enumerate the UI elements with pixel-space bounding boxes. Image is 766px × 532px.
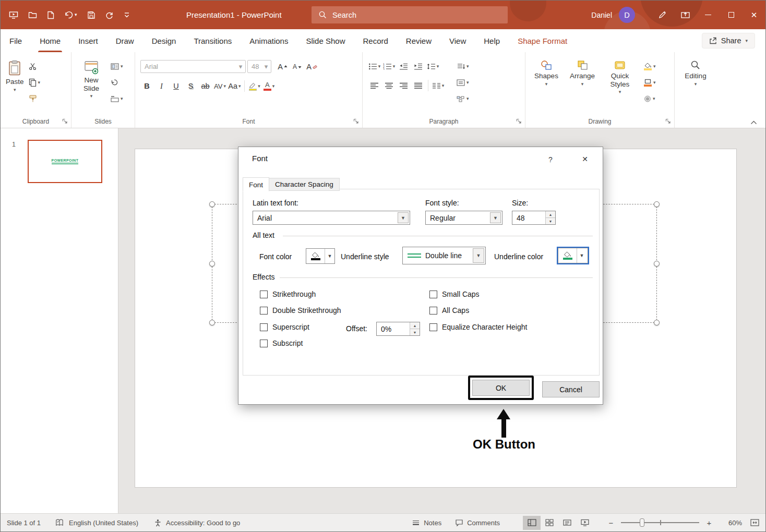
- strikethrough-button[interactable]: ab: [199, 80, 212, 92]
- dialog-title[interactable]: Font: [252, 154, 268, 163]
- tab-slide-show[interactable]: Slide Show: [297, 29, 354, 52]
- underline-style-combo[interactable]: Double line ▼: [402, 247, 486, 264]
- zoom-in-button[interactable]: +: [703, 518, 715, 527]
- selection-handle[interactable]: [209, 320, 215, 325]
- share-button[interactable]: Share ▾: [702, 33, 755, 49]
- coming-soon-pen-icon[interactable]: [651, 1, 674, 29]
- zoom-level[interactable]: 60%: [720, 519, 742, 527]
- size-spinner[interactable]: 48 ▲▼: [512, 211, 556, 225]
- underline-button[interactable]: U: [170, 80, 183, 92]
- tab-home[interactable]: Home: [31, 29, 69, 52]
- checkbox-box[interactable]: [260, 323, 268, 331]
- avatar[interactable]: D: [619, 7, 635, 23]
- align-text-button[interactable]: ▾: [457, 77, 469, 88]
- checkbox-box[interactable]: [260, 291, 268, 298]
- character-spacing-button[interactable]: AV▾: [213, 80, 226, 92]
- zoom-slider[interactable]: [621, 517, 699, 528]
- comments-button[interactable]: Comments: [455, 519, 500, 527]
- customize-qat-icon[interactable]: [124, 12, 130, 18]
- redo-icon[interactable]: [105, 11, 114, 19]
- font-color-button[interactable]: A▾: [262, 80, 276, 92]
- tab-file[interactable]: File: [1, 29, 31, 52]
- selection-handle[interactable]: [209, 261, 215, 267]
- dialog-close-icon[interactable]: ✕: [577, 152, 593, 166]
- bold-button[interactable]: B: [140, 80, 153, 92]
- slide-sorter-view-button[interactable]: [541, 516, 558, 530]
- selection-handle[interactable]: [209, 201, 215, 207]
- tab-design[interactable]: Design: [143, 29, 185, 52]
- size-down-icon[interactable]: ▼: [546, 218, 555, 224]
- cut-icon[interactable]: [29, 61, 41, 71]
- tab-record[interactable]: Record: [354, 29, 397, 52]
- clipboard-dialog-launcher-icon[interactable]: [62, 118, 68, 124]
- tab-transitions[interactable]: Transitions: [185, 29, 241, 52]
- font-style-combo[interactable]: Regular ▼: [425, 211, 502, 225]
- section-icon[interactable]: ▾: [111, 93, 123, 104]
- present-online-icon[interactable]: [674, 1, 697, 29]
- checkbox-box[interactable]: [260, 307, 268, 315]
- size-up-icon[interactable]: ▲: [546, 211, 555, 218]
- collapse-ribbon-icon[interactable]: [750, 120, 757, 125]
- align-right-button[interactable]: [397, 79, 410, 92]
- chevron-down-icon[interactable]: ▼: [398, 212, 409, 223]
- justify-button[interactable]: [412, 79, 425, 92]
- tab-draw[interactable]: Draw: [107, 29, 143, 52]
- increase-indent-button[interactable]: [412, 60, 425, 72]
- accessibility-icon[interactable]: [154, 519, 162, 527]
- help-icon[interactable]: ?: [543, 153, 558, 166]
- underline-color-dropdown[interactable]: ▼: [558, 248, 588, 263]
- search-box[interactable]: Search: [312, 6, 508, 23]
- accessibility-status[interactable]: Accessibility: Good to go: [166, 519, 240, 527]
- editing-button[interactable]: Editing ▾: [680, 60, 711, 87]
- shrink-font-button[interactable]: A: [291, 61, 304, 73]
- fit-slide-to-window-icon[interactable]: [750, 519, 759, 526]
- offset-spinner[interactable]: 0% ▲▼: [376, 322, 420, 336]
- checkbox-box[interactable]: [429, 291, 437, 298]
- format-painter-icon[interactable]: [29, 93, 41, 104]
- close-button[interactable]: ✕: [743, 1, 765, 29]
- clear-formatting-button[interactable]: A: [305, 61, 318, 73]
- undo-icon[interactable]: ▾: [64, 11, 77, 19]
- text-direction-button[interactable]: ▾: [457, 61, 469, 71]
- checkbox-box[interactable]: [260, 340, 268, 347]
- shape-outline-button[interactable]: ▾: [644, 77, 656, 88]
- slideshow-view-button[interactable]: [576, 516, 594, 530]
- grow-font-button[interactable]: A: [276, 61, 289, 73]
- numbering-button[interactable]: 123▾: [382, 60, 396, 72]
- reset-icon[interactable]: [111, 77, 123, 88]
- change-case-button[interactable]: Aa▾: [228, 80, 241, 92]
- chevron-down-icon[interactable]: ▾: [236, 63, 245, 70]
- checkbox-subscript[interactable]: Subscript: [260, 339, 303, 347]
- bullets-button[interactable]: ▾: [368, 60, 381, 72]
- checkbox-box[interactable]: [429, 323, 437, 331]
- user-name[interactable]: Daniel: [591, 11, 612, 19]
- checkbox-double-strikethrough[interactable]: Double Strikethrough: [260, 306, 341, 315]
- zoom-slider-handle[interactable]: [640, 518, 644, 527]
- open-folder-icon[interactable]: [28, 11, 37, 19]
- italic-button[interactable]: I: [155, 80, 168, 92]
- copy-icon[interactable]: ▾: [29, 77, 41, 88]
- tab-shape-format[interactable]: Shape Format: [509, 29, 576, 52]
- reading-view-button[interactable]: [558, 516, 576, 530]
- normal-view-button[interactable]: [523, 516, 541, 530]
- slide-thumbnail[interactable]: POWERPOINT: [28, 140, 102, 183]
- selection-handle[interactable]: [654, 320, 660, 325]
- text-highlight-color-button[interactable]: ▾: [248, 80, 261, 92]
- checkbox-strikethrough[interactable]: Strikethrough: [260, 290, 316, 298]
- font-dialog-launcher-icon[interactable]: [353, 118, 359, 124]
- convert-to-smartart-button[interactable]: ▾: [457, 93, 469, 104]
- decrease-indent-button[interactable]: [397, 60, 410, 72]
- align-left-button[interactable]: [368, 79, 381, 92]
- checkbox-all-caps[interactable]: All Caps: [429, 306, 469, 315]
- latin-font-combo[interactable]: Arial ▼: [253, 211, 410, 225]
- layout-icon[interactable]: ▾: [111, 61, 123, 71]
- tab-dialog-character-spacing[interactable]: Character Spacing: [269, 178, 340, 191]
- ok-button[interactable]: OK: [472, 380, 530, 396]
- tab-animations[interactable]: Animations: [241, 29, 297, 52]
- font-color-dropdown[interactable]: ▼: [306, 248, 335, 264]
- new-slide-button[interactable]: New Slide ▾: [77, 60, 106, 99]
- spell-check-icon[interactable]: [55, 519, 64, 526]
- tab-dialog-font[interactable]: Font: [243, 177, 269, 191]
- arrange-button[interactable]: Arrange ▾: [567, 60, 598, 87]
- minimize-button[interactable]: [697, 1, 720, 29]
